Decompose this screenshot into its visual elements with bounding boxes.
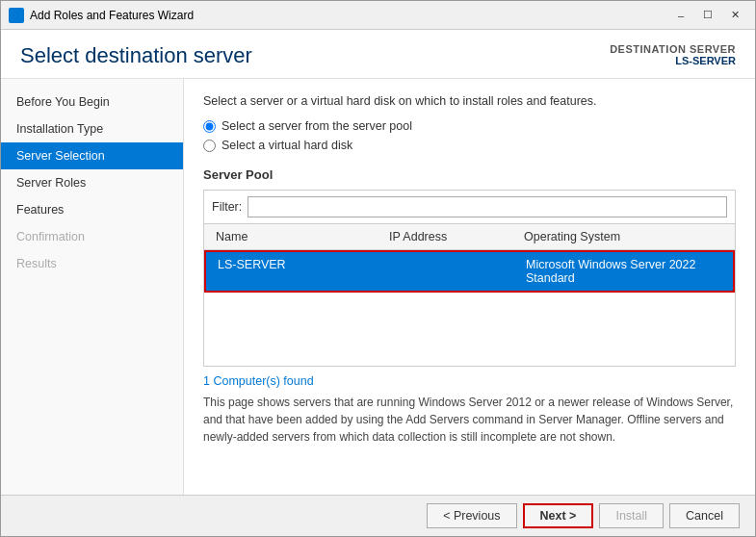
sidebar: Before You Begin Installation Type Serve… [1, 79, 184, 495]
app-icon [9, 8, 24, 23]
window-controls: – ☐ ✕ [668, 6, 747, 25]
filter-input[interactable] [248, 196, 727, 217]
cell-ip [387, 256, 522, 287]
previous-button[interactable]: < Previous [427, 503, 516, 528]
instruction-text: Select a server or a virtual hard disk o… [203, 94, 736, 108]
next-button[interactable]: Next > [523, 503, 594, 528]
content-area: Select a server or a virtual hard disk o… [184, 79, 755, 495]
destination-info: DESTINATION SERVER LS-SERVER [610, 43, 736, 66]
install-button[interactable]: Install [599, 503, 664, 528]
col-name: Name [212, 228, 385, 245]
table-row[interactable]: LS-SERVER Microsoft Windows Server 2022 … [204, 250, 735, 293]
table-body: LS-SERVER Microsoft Windows Server 2022 … [204, 250, 735, 366]
cell-os: Microsoft Windows Server 2022 Standard [522, 256, 725, 287]
sidebar-item-before-you-begin[interactable]: Before You Begin [1, 89, 183, 115]
radio-pool-input[interactable] [203, 120, 216, 133]
page-title: Select destination server [20, 43, 252, 68]
close-button[interactable]: ✕ [722, 6, 747, 25]
description-text: This page shows servers that are running… [203, 394, 736, 446]
radio-server-pool[interactable]: Select a server from the server pool [203, 119, 736, 133]
footer-info: 1 Computer(s) found This page shows serv… [203, 367, 736, 446]
sidebar-item-server-selection[interactable]: Server Selection [1, 142, 183, 169]
maximize-button[interactable]: ☐ [695, 6, 720, 25]
bottom-bar: < Previous Next > Install Cancel [1, 495, 755, 536]
filter-label: Filter: [212, 200, 242, 214]
server-pool-box: Filter: Name IP Address Operating System… [203, 190, 736, 367]
title-bar: Add Roles and Features Wizard – ☐ ✕ [1, 1, 755, 30]
window-title: Add Roles and Features Wizard [30, 9, 668, 22]
cancel-button[interactable]: Cancel [669, 503, 740, 528]
wizard-window: Add Roles and Features Wizard – ☐ ✕ Sele… [0, 0, 756, 537]
table-header: Name IP Address Operating System [204, 224, 735, 250]
col-ip: IP Address [385, 228, 520, 245]
sidebar-item-confirmation: Confirmation [1, 223, 183, 250]
col-os: Operating System [520, 228, 727, 245]
sidebar-item-installation-type[interactable]: Installation Type [1, 115, 183, 142]
cell-server-name: LS-SERVER [214, 256, 387, 287]
server-pool-title: Server Pool [203, 167, 736, 182]
sidebar-item-results: Results [1, 250, 183, 277]
destination-label: DESTINATION SERVER [610, 43, 736, 55]
page-header: Select destination server DESTINATION SE… [1, 30, 755, 79]
sidebar-item-server-roles[interactable]: Server Roles [1, 169, 183, 196]
filter-row: Filter: [204, 191, 735, 224]
selection-type-group: Select a server from the server pool Sel… [203, 119, 736, 152]
main-content: Before You Begin Installation Type Serve… [1, 79, 755, 495]
sidebar-item-features[interactable]: Features [1, 196, 183, 223]
destination-server-name: LS-SERVER [610, 55, 736, 66]
radio-vhd-input[interactable] [203, 140, 216, 152]
computers-found: 1 Computer(s) found [203, 374, 736, 388]
radio-virtual-disk[interactable]: Select a virtual hard disk [203, 139, 736, 152]
minimize-button[interactable]: – [668, 6, 693, 25]
